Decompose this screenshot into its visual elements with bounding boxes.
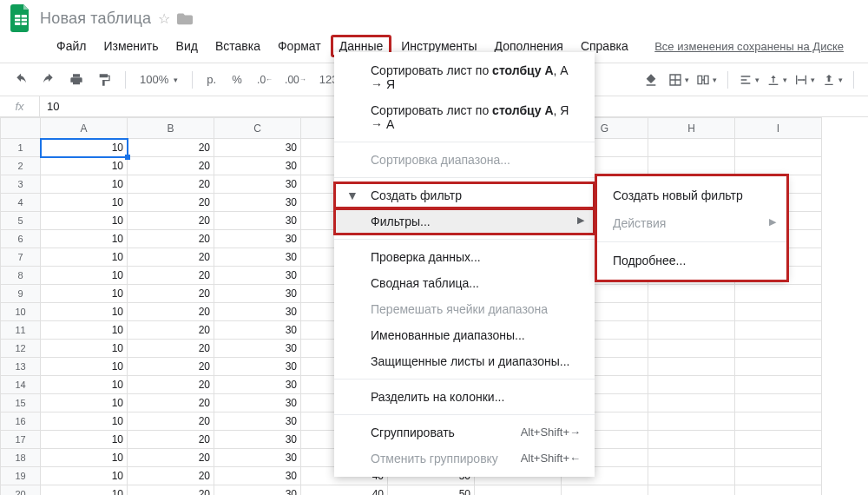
- cell[interactable]: [648, 394, 735, 412]
- wrap-icon[interactable]: [794, 69, 815, 90]
- cell[interactable]: 30: [214, 394, 301, 412]
- row-header[interactable]: 5: [1, 212, 41, 230]
- col-header[interactable]: B: [128, 118, 214, 139]
- star-icon[interactable]: ☆: [158, 10, 170, 27]
- menu-group[interactable]: СгруппироватьAlt+Shift+→: [334, 419, 595, 446]
- cell[interactable]: [562, 485, 648, 496]
- cell[interactable]: 10: [41, 194, 128, 212]
- cell[interactable]: 20: [128, 212, 214, 230]
- row-header[interactable]: 12: [1, 340, 41, 358]
- cell[interactable]: [735, 157, 822, 175]
- row-header[interactable]: 2: [1, 157, 41, 175]
- cell[interactable]: 20: [128, 449, 214, 467]
- cell[interactable]: [648, 303, 735, 321]
- cell[interactable]: [648, 412, 735, 431]
- row-header[interactable]: 10: [1, 303, 41, 321]
- cell[interactable]: 10: [41, 485, 128, 496]
- menu-split-columns[interactable]: Разделить на колонки...: [334, 384, 595, 410]
- menu-named-ranges[interactable]: Именованные диапазоны...: [334, 322, 595, 348]
- cell[interactable]: 10: [41, 394, 128, 412]
- paint-format-icon[interactable]: [94, 69, 115, 90]
- cell[interactable]: 10: [41, 303, 128, 321]
- cell[interactable]: [735, 376, 822, 394]
- cell[interactable]: 20: [128, 340, 214, 358]
- menu-формат[interactable]: Формат: [270, 36, 329, 56]
- cell[interactable]: 10: [41, 431, 128, 449]
- cell[interactable]: 50: [388, 485, 475, 496]
- row-header[interactable]: 1: [1, 139, 41, 157]
- cell[interactable]: 30: [214, 157, 301, 175]
- cell[interactable]: 20: [128, 175, 214, 194]
- row-header[interactable]: 13: [1, 358, 41, 376]
- row-header[interactable]: 20: [1, 485, 41, 496]
- menu-filters-submenu[interactable]: Фильтры...▶: [334, 208, 595, 234]
- menu-файл[interactable]: Файл: [49, 36, 94, 56]
- cell[interactable]: 10: [41, 376, 128, 394]
- cell[interactable]: [735, 431, 822, 449]
- cell[interactable]: 10: [41, 467, 128, 485]
- cell[interactable]: 10: [41, 139, 128, 157]
- cell[interactable]: 20: [128, 485, 214, 496]
- select-all-corner[interactable]: [1, 118, 41, 139]
- fill-color-icon[interactable]: [641, 69, 661, 90]
- cell[interactable]: 20: [128, 412, 214, 431]
- cell[interactable]: [735, 340, 822, 358]
- cell[interactable]: [648, 449, 735, 467]
- redo-icon[interactable]: [38, 69, 59, 90]
- doc-title[interactable]: Новая таблица: [40, 10, 151, 28]
- cell[interactable]: 30: [214, 467, 301, 485]
- sheets-logo-icon[interactable]: [9, 3, 33, 34]
- cell[interactable]: 10: [41, 449, 128, 467]
- cell[interactable]: [735, 449, 822, 467]
- cell[interactable]: 30: [214, 303, 301, 321]
- cell[interactable]: 10: [41, 175, 128, 194]
- cell[interactable]: [648, 358, 735, 376]
- cell[interactable]: 20: [128, 248, 214, 267]
- halign-icon[interactable]: [739, 69, 760, 90]
- cell[interactable]: [648, 321, 735, 340]
- cell[interactable]: [735, 285, 822, 303]
- cell[interactable]: 10: [41, 285, 128, 303]
- cell[interactable]: [648, 376, 735, 394]
- cell[interactable]: [735, 303, 822, 321]
- increase-decimals-button[interactable]: .00→: [282, 69, 309, 90]
- zoom-select[interactable]: 100%: [136, 73, 181, 86]
- menu-sort-asc[interactable]: Сортировать лист по столбцу A, А → Я: [334, 57, 595, 97]
- cell[interactable]: [648, 431, 735, 449]
- cell[interactable]: 20: [128, 157, 214, 175]
- cell[interactable]: 30: [214, 358, 301, 376]
- col-header[interactable]: H: [648, 118, 735, 139]
- cell[interactable]: [735, 139, 822, 157]
- submenu-more[interactable]: Подробнее...: [597, 247, 786, 274]
- cell[interactable]: 30: [214, 376, 301, 394]
- undo-icon[interactable]: [10, 69, 31, 90]
- menu-вставка[interactable]: Вставка: [207, 36, 268, 56]
- cell[interactable]: 30: [214, 285, 301, 303]
- cell[interactable]: 20: [128, 303, 214, 321]
- cell[interactable]: 20: [128, 394, 214, 412]
- menu-pivot[interactable]: Сводная таблица...: [334, 270, 595, 296]
- row-header[interactable]: 3: [1, 175, 41, 194]
- cell[interactable]: 20: [128, 139, 214, 157]
- cell[interactable]: 30: [214, 139, 301, 157]
- merge-cells-icon[interactable]: [696, 69, 717, 90]
- cell[interactable]: 30: [214, 212, 301, 230]
- cell[interactable]: 30: [214, 248, 301, 267]
- cell[interactable]: 20: [128, 431, 214, 449]
- cell[interactable]: [735, 485, 822, 496]
- cell[interactable]: [648, 157, 735, 175]
- cell[interactable]: 30: [214, 194, 301, 212]
- cell[interactable]: 30: [214, 340, 301, 358]
- row-header[interactable]: 9: [1, 285, 41, 303]
- row-header[interactable]: 14: [1, 376, 41, 394]
- rotate-icon[interactable]: [822, 69, 843, 90]
- format-currency-button[interactable]: р.: [203, 69, 220, 90]
- cell[interactable]: 30: [214, 230, 301, 248]
- cell[interactable]: 30: [214, 267, 301, 285]
- cell[interactable]: 10: [41, 267, 128, 285]
- row-header[interactable]: 6: [1, 230, 41, 248]
- menu-protected[interactable]: Защищенные листы и диапазоны...: [334, 348, 595, 374]
- cell[interactable]: 30: [214, 485, 301, 496]
- cell[interactable]: 20: [128, 194, 214, 212]
- menu-create-filter[interactable]: ▼Создать фильтр: [334, 182, 595, 208]
